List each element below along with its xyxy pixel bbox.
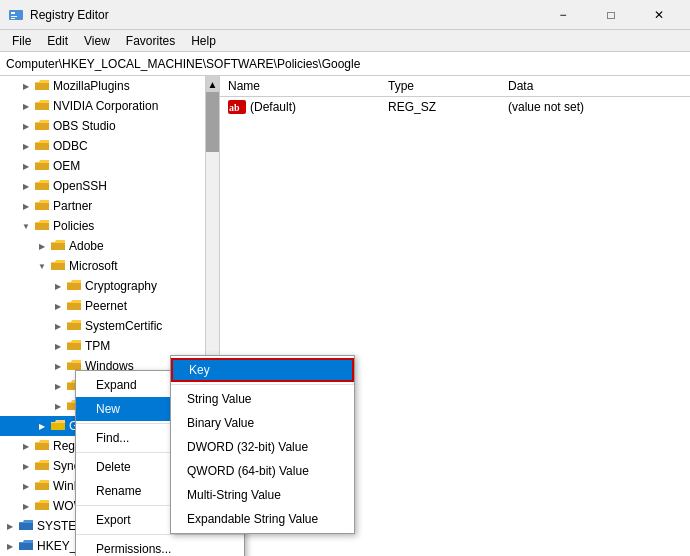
svg-rect-1 bbox=[11, 12, 15, 14]
tree-arrow: ▶ bbox=[18, 136, 34, 156]
tree-arrow: ▶ bbox=[2, 516, 18, 536]
tree-arrow: ▶ bbox=[50, 276, 66, 296]
submenu-expandable-string-value[interactable]: Expandable String Value bbox=[171, 507, 354, 531]
tree-item-openssh[interactable]: ▶ OpenSSH bbox=[0, 176, 219, 196]
tree-label: Microsoft bbox=[69, 259, 118, 273]
tree-item-partner[interactable]: ▶ Partner bbox=[0, 196, 219, 216]
tree-label: OBS Studio bbox=[53, 119, 116, 133]
menu-item-edit[interactable]: Edit bbox=[39, 32, 76, 50]
value-name: (Default) bbox=[250, 100, 296, 114]
window-controls: − □ ✕ bbox=[540, 1, 682, 29]
submenu: Key String Value Binary Value DWORD (32-… bbox=[170, 355, 355, 534]
folder-icon bbox=[50, 238, 66, 254]
tree-label: NVIDIA Corporation bbox=[53, 99, 158, 113]
tree-arrow-expanded: ▼ bbox=[34, 256, 50, 276]
menu-item-file[interactable]: File bbox=[4, 32, 39, 50]
menu-bar: FileEditViewFavoritesHelp bbox=[0, 30, 690, 52]
folder-icon bbox=[50, 258, 66, 274]
tree-item-peernet[interactable]: ▶ Peernet bbox=[0, 296, 219, 316]
folder-icon bbox=[66, 278, 82, 294]
tree-arrow: ▶ bbox=[18, 456, 34, 476]
address-path: Computer\HKEY_LOCAL_MACHINE\SOFTWARE\Pol… bbox=[6, 57, 360, 71]
tree-item-systemcertific[interactable]: ▶ SystemCertific bbox=[0, 316, 219, 336]
ctx-separator-4 bbox=[76, 534, 244, 535]
submenu-expandable-string-label: Expandable String Value bbox=[187, 512, 318, 526]
tree-item-adobe[interactable]: ▶ Adobe bbox=[0, 236, 219, 256]
tree-arrow: ▶ bbox=[18, 116, 34, 136]
tree-item-tpm[interactable]: ▶ TPM bbox=[0, 336, 219, 356]
tree-arrow: ▶ bbox=[50, 376, 66, 396]
submenu-binary-value[interactable]: Binary Value bbox=[171, 411, 354, 435]
ctx-permissions[interactable]: Permissions... bbox=[76, 537, 244, 556]
folder-icon bbox=[66, 318, 82, 334]
tree-label: Adobe bbox=[69, 239, 104, 253]
folder-icon bbox=[66, 338, 82, 354]
address-bar: Computer\HKEY_LOCAL_MACHINE\SOFTWARE\Pol… bbox=[0, 52, 690, 76]
close-button[interactable]: ✕ bbox=[636, 1, 682, 29]
tree-item-mozillaplugins[interactable]: ▶ MozillaPlugins bbox=[0, 76, 219, 96]
ctx-new-label: New bbox=[96, 402, 120, 416]
folder-icon bbox=[34, 218, 50, 234]
tree-item-policies[interactable]: ▼ Policies bbox=[0, 216, 219, 236]
tree-label: SystemCertific bbox=[85, 319, 162, 333]
sub-separator-1 bbox=[171, 384, 354, 385]
tree-arrow: ▶ bbox=[50, 396, 66, 416]
tree-label: TPM bbox=[85, 339, 110, 353]
ab-icon: ab bbox=[228, 100, 246, 114]
folder-icon bbox=[34, 138, 50, 154]
submenu-qword-label: QWORD (64-bit) Value bbox=[187, 464, 309, 478]
menu-item-view[interactable]: View bbox=[76, 32, 118, 50]
tree-item-microsoft[interactable]: ▼ Microsoft bbox=[0, 256, 219, 276]
tree-arrow: ▶ bbox=[50, 336, 66, 356]
tree-arrow: ▶ bbox=[50, 356, 66, 376]
tree-item-oem[interactable]: ▶ OEM bbox=[0, 156, 219, 176]
submenu-string-value[interactable]: String Value bbox=[171, 387, 354, 411]
ctx-delete-label: Delete bbox=[96, 460, 131, 474]
registry-value-row[interactable]: ab (Default) REG_SZ (value not set) bbox=[220, 97, 690, 117]
value-type-cell: REG_SZ bbox=[380, 100, 500, 114]
minimize-button[interactable]: − bbox=[540, 1, 586, 29]
ctx-find-label: Find... bbox=[96, 431, 129, 445]
menu-item-favorites[interactable]: Favorites bbox=[118, 32, 183, 50]
tree-item-odbc[interactable]: ▶ ODBC bbox=[0, 136, 219, 156]
folder-icon bbox=[34, 98, 50, 114]
tree-item-cryptography[interactable]: ▶ Cryptography bbox=[0, 276, 219, 296]
folder-icon bbox=[18, 538, 34, 554]
maximize-button[interactable]: □ bbox=[588, 1, 634, 29]
app-icon bbox=[8, 7, 24, 23]
tree-arrow: ▶ bbox=[18, 436, 34, 456]
folder-icon bbox=[34, 178, 50, 194]
ctx-permissions-label: Permissions... bbox=[96, 542, 171, 556]
window-title: Registry Editor bbox=[30, 8, 109, 22]
menu-item-help[interactable]: Help bbox=[183, 32, 224, 50]
column-type: Type bbox=[380, 76, 500, 96]
folder-icon bbox=[34, 78, 50, 94]
folder-icon bbox=[66, 298, 82, 314]
tree-label: OpenSSH bbox=[53, 179, 107, 193]
tree-item-obs[interactable]: ▶ OBS Studio bbox=[0, 116, 219, 136]
tree-arrow: ▶ bbox=[34, 416, 50, 436]
ctx-expand-label: Expand bbox=[96, 378, 137, 392]
tree-arrow: ▶ bbox=[50, 296, 66, 316]
tree-arrow: ▶ bbox=[2, 536, 18, 556]
svg-rect-2 bbox=[11, 16, 17, 17]
tree-arrow-expanded: ▼ bbox=[18, 216, 34, 236]
tree-arrow: ▶ bbox=[18, 156, 34, 176]
ctx-rename-label: Rename bbox=[96, 484, 141, 498]
folder-icon bbox=[34, 438, 50, 454]
tree-arrow: ▶ bbox=[18, 496, 34, 516]
tree-item-nvidia[interactable]: ▶ NVIDIA Corporation bbox=[0, 96, 219, 116]
tree-arrow: ▶ bbox=[18, 476, 34, 496]
folder-icon bbox=[34, 198, 50, 214]
folder-icon bbox=[34, 118, 50, 134]
submenu-dword-value[interactable]: DWORD (32-bit) Value bbox=[171, 435, 354, 459]
value-name-cell: ab (Default) bbox=[220, 100, 380, 114]
tree-arrow: ▶ bbox=[18, 196, 34, 216]
right-pane-header: Name Type Data bbox=[220, 76, 690, 97]
submenu-qword-value[interactable]: QWORD (64-bit) Value bbox=[171, 459, 354, 483]
submenu-key[interactable]: Key bbox=[171, 358, 354, 382]
svg-rect-3 bbox=[11, 18, 15, 19]
submenu-multi-string-value[interactable]: Multi-String Value bbox=[171, 483, 354, 507]
column-name: Name bbox=[220, 76, 380, 96]
submenu-binary-label: Binary Value bbox=[187, 416, 254, 430]
